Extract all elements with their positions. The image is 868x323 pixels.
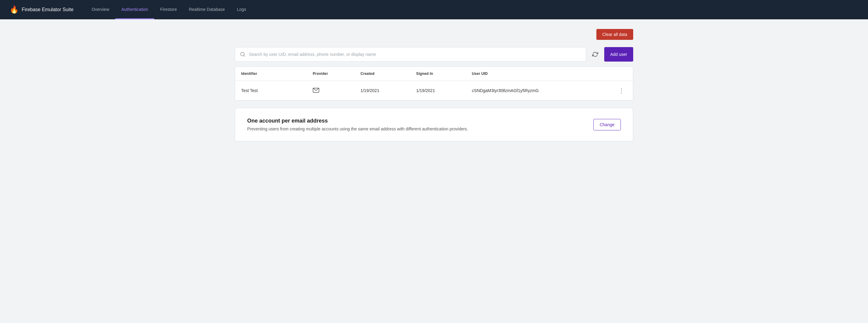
search-input[interactable] — [249, 52, 581, 57]
search-row: Add user — [235, 47, 633, 62]
policy-card: One account per email address Preventing… — [235, 108, 633, 141]
refresh-button[interactable] — [590, 49, 600, 60]
cell-created: 1/19/2021 — [354, 81, 410, 100]
email-provider-icon — [313, 89, 319, 94]
table-body: Test Test 1/19/2021 1/19/2021 cSNDgaM3ty… — [235, 81, 633, 100]
table-header: Identifier Provider Created Signed In Us… — [235, 67, 633, 81]
logo-area: 🔥 Firebase Emulator Suite — [10, 5, 74, 14]
cell-signed-in: 1/19/2021 — [410, 81, 466, 100]
cell-identifier: Test Test — [235, 81, 307, 100]
cell-user-uid: cSNDgaM3tyr3t9lzmAGf1y5RyzmG — [466, 81, 605, 100]
main-nav: Overview Authentication Firestore Realti… — [86, 0, 252, 19]
row-more-options-button[interactable]: ⋮ — [616, 86, 627, 95]
main-content: Clear all data Add user — [223, 19, 645, 151]
nav-item-realtime-database[interactable]: Realtime Database — [183, 0, 231, 19]
col-header-provider: Provider — [307, 67, 354, 81]
more-options-icon: ⋮ — [618, 87, 624, 94]
clear-all-button[interactable]: Clear all data — [596, 29, 633, 40]
top-action-row: Clear all data — [235, 29, 633, 40]
policy-card-description: Preventing users from creating multiple … — [247, 126, 468, 131]
policy-card-text: One account per email address Preventing… — [247, 118, 468, 131]
firebase-logo-icon: 🔥 — [10, 5, 19, 14]
cell-provider — [307, 81, 354, 100]
col-header-identifier: Identifier — [235, 67, 307, 81]
cell-actions: ⋮ — [605, 81, 633, 100]
refresh-icon — [592, 51, 598, 57]
col-header-actions — [605, 67, 633, 81]
app-title: Firebase Emulator Suite — [22, 7, 74, 12]
nav-item-overview[interactable]: Overview — [86, 0, 115, 19]
add-user-button[interactable]: Add user — [604, 47, 633, 62]
col-header-signed-in: Signed In — [410, 67, 466, 81]
header: 🔥 Firebase Emulator Suite Overview Authe… — [0, 0, 868, 19]
nav-item-firestore[interactable]: Firestore — [154, 0, 183, 19]
col-header-user-uid: User UID — [466, 67, 605, 81]
users-table-container: Identifier Provider Created Signed In Us… — [235, 66, 633, 100]
svg-line-1 — [244, 55, 245, 56]
change-policy-button[interactable]: Change — [593, 119, 621, 130]
search-icon — [240, 52, 245, 57]
nav-item-logs[interactable]: Logs — [231, 0, 252, 19]
table-row: Test Test 1/19/2021 1/19/2021 cSNDgaM3ty… — [235, 81, 633, 100]
search-container — [235, 47, 586, 62]
policy-card-title: One account per email address — [247, 118, 468, 124]
users-table: Identifier Provider Created Signed In Us… — [235, 67, 633, 100]
col-header-created: Created — [354, 67, 410, 81]
nav-item-authentication[interactable]: Authentication — [115, 0, 154, 19]
